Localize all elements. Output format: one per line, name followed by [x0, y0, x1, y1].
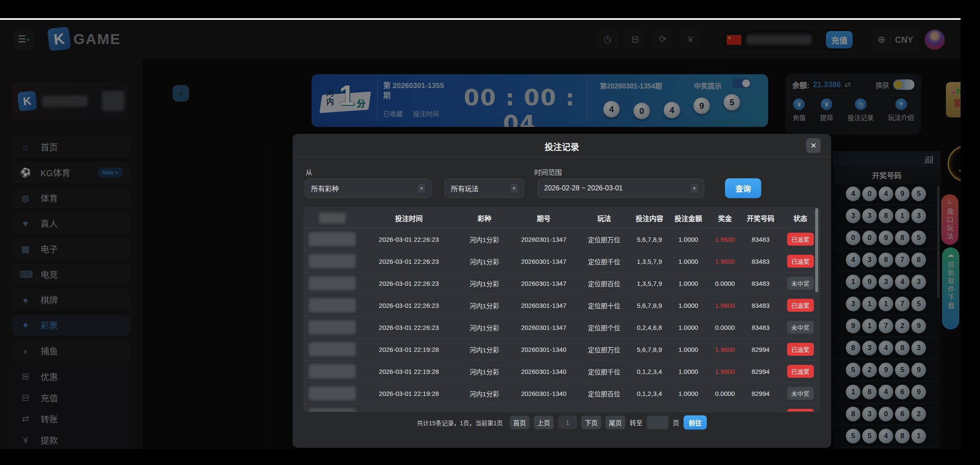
- bet-time-cell: 2026-03-01 22:19:28: [360, 368, 457, 375]
- lottery-cell: 河内1分彩: [457, 345, 511, 354]
- order-id-redacted: [304, 408, 360, 412]
- issue-cell: 20260301-1347: [511, 324, 576, 331]
- page-unit-label: 页: [673, 418, 679, 427]
- bet-amount-cell: 1.0000: [667, 346, 710, 353]
- status-cell: 已派奖: [781, 409, 819, 412]
- prize-cell: 1.9600: [710, 346, 740, 353]
- table-header-row: 投注时间彩种期号玩法投注内容投注金额奖金开奖号码状态: [304, 208, 819, 228]
- bet-time-cell: 2026-03-01 22:26:23: [360, 280, 457, 287]
- lottery-cell: 河内1分彩: [457, 301, 511, 310]
- bet-amount-cell: 1.0000: [667, 412, 710, 412]
- bet-content-cell: 5,6,7,8,9: [632, 302, 667, 309]
- date-range-select[interactable]: 2026-02-28 ~ 2026-03-01 ▾: [538, 179, 704, 198]
- status-badge: 已派奖: [787, 409, 814, 412]
- lottery-cell: 河内1分彩: [457, 257, 511, 266]
- bet-amount-cell: 1.0000: [667, 302, 710, 309]
- column-header: 彩种: [457, 213, 511, 223]
- goto-page-input[interactable]: [647, 416, 668, 429]
- draw-result-cell: 83483: [740, 324, 781, 331]
- current-page-button[interactable]: 1: [558, 416, 577, 429]
- bet-time-cell: 2026-03-01 22:26:23: [360, 302, 457, 309]
- query-button[interactable]: 查询: [725, 178, 761, 198]
- prize-cell: 1.9600: [710, 302, 740, 309]
- playtype-cell: 定位胆个位: [576, 323, 632, 332]
- bet-amount-cell: 1.0000: [667, 324, 710, 331]
- table-body: 2026-03-01 22:26:23 河内1分彩 20260301-1347 …: [304, 228, 819, 412]
- table-row: 2026-03-01 22:19:28 河内1分彩 20260301-1340 …: [304, 338, 819, 361]
- close-icon: ✕: [810, 141, 816, 150]
- prev-page-button[interactable]: 上页: [534, 416, 554, 429]
- chevron-down-icon: ▾: [510, 184, 517, 193]
- time-range-label: 时间范围: [534, 167, 562, 177]
- column-header: 开奖号码: [740, 213, 781, 223]
- status-badge: 已派奖: [787, 365, 814, 378]
- lottery-cell: 河内1分彩: [457, 411, 511, 412]
- order-id-redacted: [304, 254, 360, 268]
- next-page-button[interactable]: 下页: [581, 416, 601, 429]
- order-id-redacted: [304, 276, 360, 290]
- go-button[interactable]: 前往: [684, 415, 707, 430]
- lottery-cell: 河内1分彩: [457, 389, 511, 398]
- table-row: 2026-03-01 22:26:23 河内1分彩 20260301-1347 …: [304, 272, 819, 294]
- status-cell: 未中奖: [781, 387, 819, 400]
- table-row: 2026-03-01 22:19:28 河内1分彩 20260301-1340 …: [304, 405, 819, 412]
- goto-label: 转至: [630, 418, 643, 427]
- prize-cell: 1.9600: [710, 412, 740, 412]
- bet-records-table: 投注时间彩种期号玩法投注内容投注金额奖金开奖号码状态 2026-03-01 22…: [304, 207, 820, 412]
- table-scrollbar[interactable]: [815, 208, 818, 292]
- bet-time-cell: 2026-03-01 22:26:23: [360, 258, 457, 265]
- issue-cell: 20260301-1347: [511, 258, 576, 265]
- order-id-redacted: [304, 320, 360, 334]
- order-id-column-redacted: [304, 213, 360, 223]
- bet-amount-cell: 1.0000: [667, 280, 710, 287]
- bet-amount-cell: 1.0000: [667, 258, 710, 265]
- status-cell: 未中奖: [781, 277, 819, 290]
- draw-result-cell: 83483: [740, 280, 781, 287]
- status-badge: 未中奖: [787, 387, 814, 400]
- status-cell: 已派奖: [781, 365, 819, 378]
- first-page-button[interactable]: 首页: [510, 416, 529, 429]
- prize-cell: 1.9600: [710, 258, 740, 265]
- table-row: 2026-03-01 22:26:23 河内1分彩 20260301-1347 …: [304, 250, 819, 272]
- table-row: 2026-03-01 22:19:28 河内1分彩 20260301-1340 …: [304, 361, 819, 383]
- column-header: 奖金: [710, 213, 740, 223]
- column-header: 投注时间: [360, 213, 457, 223]
- column-header: 期号: [511, 213, 576, 223]
- draw-result-cell: 83483: [740, 302, 781, 309]
- issue-cell: 20260301-1347: [511, 280, 576, 287]
- bet-amount-cell: 1.0000: [667, 236, 710, 243]
- bet-content-cell: 1,3,5,7,9: [632, 258, 667, 265]
- playtype-cell: 定位胆千位: [576, 367, 632, 376]
- draw-result-cell: 82994: [740, 368, 781, 375]
- bet-content-cell: 0,2,4,6,8: [632, 324, 667, 331]
- bet-time-cell: 2026-03-01 22:26:23: [360, 236, 457, 243]
- issue-cell: 20260301-1340: [511, 390, 576, 397]
- table-row: 2026-03-01 22:26:23 河内1分彩 20260301-1347 …: [304, 228, 819, 250]
- playtype-cell: 定位胆十位: [576, 411, 632, 412]
- bet-content-cell: 0,1,2,3,4: [632, 368, 667, 375]
- chevron-down-icon: ▾: [418, 184, 425, 193]
- prize-cell: 1.9600: [710, 236, 740, 243]
- status-cell: 已派奖: [781, 233, 819, 246]
- chevron-down-icon: ▾: [691, 184, 698, 193]
- last-page-button[interactable]: 尾页: [605, 416, 625, 429]
- playtype-select[interactable]: 所有玩法 ▾: [444, 179, 524, 198]
- status-cell: 已派奖: [781, 299, 819, 312]
- close-button[interactable]: ✕: [806, 138, 821, 153]
- draw-result-cell: 83483: [740, 258, 781, 265]
- bet-amount-cell: 1.0000: [667, 368, 710, 375]
- lottery-cell: 河内1分彩: [457, 235, 511, 244]
- bet-time-cell: 2026-03-01 22:26:23: [360, 324, 457, 331]
- status-badge: 已派奖: [787, 299, 814, 312]
- lottery-select[interactable]: 所有彩种 ▾: [305, 179, 432, 198]
- prize-cell: 0.0000: [710, 324, 740, 331]
- bet-time-cell: 2026-03-01 22:19:28: [360, 390, 457, 397]
- table-row: 2026-03-01 22:19:28 河内1分彩 20260301-1340 …: [304, 383, 819, 405]
- record-summary: 共计15条记录，1页，当前第1页: [417, 418, 503, 427]
- bet-content-cell: 5,6,7,8,9: [632, 412, 667, 412]
- column-header: 投注金额: [667, 213, 710, 223]
- playtype-cell: 定位胆千位: [576, 257, 632, 266]
- bet-content-cell: 5,6,7,8,9: [632, 346, 667, 353]
- status-cell: 已派奖: [781, 343, 819, 356]
- status-badge: 未中奖: [787, 321, 814, 334]
